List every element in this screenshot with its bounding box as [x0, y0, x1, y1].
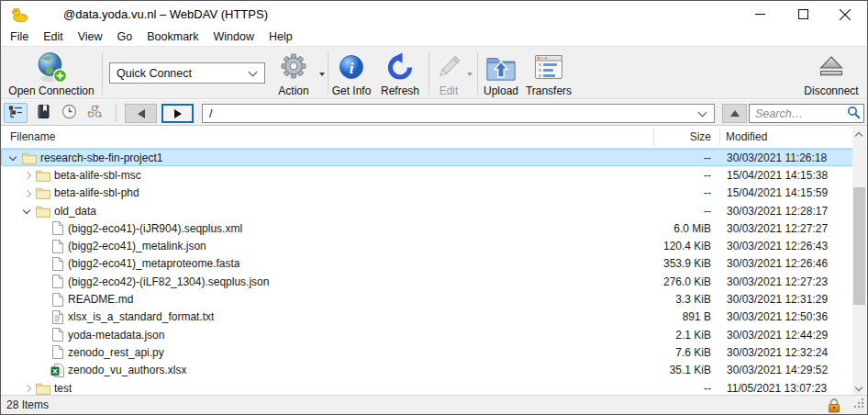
menu-bar: File Edit View Go Bookmark Window Help [1, 28, 867, 46]
quick-connect-select[interactable]: Quick Connect [109, 62, 265, 84]
file-name: (bigg2-eco42)-(iLF82_1304).seqplus.json [65, 275, 269, 288]
back-button[interactable] [125, 104, 157, 123]
table-row[interactable]: beta-alife-sbl-phd -- 15/04/2021 14:15:5… [1, 185, 853, 202]
file-size: 891 B [683, 310, 711, 323]
search-icon[interactable] [847, 106, 863, 122]
resize-grip[interactable] [852, 397, 865, 412]
table-row[interactable]: (bigg2-eco42)-(iLF82_1304).seqplus.json … [1, 273, 853, 290]
scrollbar-thumb[interactable] [853, 187, 865, 305]
action-label: Action [278, 84, 308, 98]
svg-text:X: X [52, 367, 58, 376]
file-modified: 30/03/2021 12:26:46 [727, 257, 828, 270]
transfers-icon [533, 49, 564, 84]
file-name: beta-alife-sbl-phd [51, 186, 139, 199]
history-toggle[interactable] [57, 103, 81, 123]
expander-icon [32, 220, 49, 236]
file-size: -- [704, 382, 711, 395]
menu-help[interactable]: Help [262, 28, 300, 46]
expander-icon[interactable] [18, 185, 35, 201]
chevron-down-icon [698, 107, 707, 117]
edit-button[interactable]: Edit [430, 49, 467, 98]
cyberduck-window: @data.yoda.vu.nl – WebDAV (HTTPS) File E… [0, 0, 868, 415]
action-button[interactable]: Action [271, 49, 317, 98]
expander-icon [32, 309, 49, 325]
expander-icon[interactable] [18, 167, 35, 183]
upload-button[interactable]: Upload [478, 49, 524, 98]
expander-icon [32, 256, 49, 272]
menu-go[interactable]: Go [110, 28, 140, 46]
menu-bookmark[interactable]: Bookmark [139, 28, 206, 46]
expander-icon[interactable] [18, 380, 35, 396]
file-modified: 30/03/2021 12:26:43 [727, 240, 828, 252]
outline-view-toggle[interactable] [4, 103, 28, 123]
bonjour-toggle[interactable] [83, 103, 106, 123]
file-modified: 30/03/2021 12:27:23 [727, 275, 828, 288]
history-icon [61, 104, 77, 122]
close-button[interactable] [824, 1, 866, 28]
table-row[interactable]: (bigg2-eco41)_metalink.json 120.4 KiB 30… [1, 237, 853, 254]
file-modified: 15/04/2021 14:15:59 [727, 186, 828, 199]
table-row[interactable]: (bigg2-eco41)_metaproteome.fasta 353.9 K… [1, 255, 853, 273]
table-row[interactable]: research-sbe-fin-project1 -- 30/03/2021 … [1, 149, 853, 166]
maximize-button[interactable] [782, 1, 824, 28]
minimize-button[interactable] [739, 1, 781, 28]
vertical-scrollbar[interactable] [852, 127, 866, 397]
column-filename[interactable]: Filename [10, 126, 55, 148]
menu-window[interactable]: Window [206, 28, 262, 46]
table-row[interactable]: zenodo_rest_api.py 7.6 KiB 30/03/2021 12… [1, 343, 853, 361]
outline-view-icon [8, 105, 24, 122]
table-row[interactable]: (bigg2-eco41)-(iJR904).seqplus.xml 6.0 M… [1, 219, 853, 237]
search-input[interactable] [750, 107, 847, 120]
forward-button[interactable] [161, 104, 194, 123]
expander-icon [32, 291, 49, 307]
column-modified[interactable]: Modified [726, 126, 767, 148]
edit-dropdown-arrow-icon[interactable] [467, 73, 473, 76]
disconnect-button[interactable]: Disconnect [797, 49, 865, 98]
file-size: 35.1 KiB [670, 364, 711, 376]
table-row[interactable]: X zenodo_vu_authors.xlsx 35.1 KiB 30/03/… [1, 362, 853, 379]
path-combobox[interactable]: / [202, 104, 715, 123]
file-size: -- [704, 151, 711, 164]
file-name: (bigg2-eco41)_metalink.json [65, 240, 206, 252]
menu-edit[interactable]: Edit [36, 28, 71, 46]
folder-icon [35, 382, 51, 395]
file-modified: 30/03/2021 12:27:27 [727, 222, 828, 235]
file-size: -- [704, 169, 711, 182]
column-divider[interactable] [653, 129, 654, 146]
excel-file-icon: X [49, 364, 65, 377]
disconnect-eject-icon [817, 49, 846, 84]
open-connection-button[interactable]: Open Connection [4, 49, 99, 98]
menu-view[interactable]: View [71, 28, 110, 46]
bookmarks-toggle[interactable] [31, 103, 55, 123]
table-row[interactable]: xlsx_is_a_standard_format.txt 891 B 30/0… [1, 308, 853, 326]
column-size[interactable]: Size [690, 126, 711, 148]
table-row[interactable]: old_data -- 30/03/2021 12:28:17 [1, 202, 853, 219]
expander-icon[interactable] [5, 150, 21, 165]
item-count: 28 Items [6, 396, 49, 414]
table-row[interactable]: beta-alife-sbl-msc -- 15/04/2021 14:15:3… [1, 166, 853, 184]
toolbar-separator [102, 52, 103, 95]
column-divider[interactable] [719, 129, 720, 146]
file-icon [49, 257, 65, 271]
get-info-button[interactable]: i Get Info [327, 49, 376, 98]
table-row[interactable]: README.md 3.3 KiB 30/03/2021 12:31:29 [1, 290, 853, 308]
action-dropdown-arrow-icon[interactable] [319, 73, 325, 76]
menu-file[interactable]: File [3, 28, 36, 46]
window-title: @data.yoda.vu.nl – WebDAV (HTTPS) [63, 1, 268, 28]
table-row[interactable]: yoda-metadata.json 2.1 KiB 30/03/2021 12… [1, 326, 853, 343]
toolbar-separator [428, 52, 429, 95]
open-connection-label: Open Connection [8, 84, 94, 98]
transfers-button[interactable]: Transfers [522, 49, 575, 98]
text-file-icon [49, 310, 65, 324]
file-size: 7.6 KiB [675, 346, 711, 359]
file-modified: 15/04/2021 14:15:38 [727, 169, 828, 182]
refresh-button[interactable]: Refresh [375, 49, 425, 98]
file-name: test [51, 382, 72, 395]
expander-icon[interactable] [18, 203, 35, 219]
scroll-up-arrow-icon[interactable] [852, 127, 866, 142]
disconnect-label: Disconnect [804, 84, 858, 98]
file-modified: 30/03/2021 12:32:24 [727, 346, 828, 359]
folder-icon [21, 151, 38, 164]
up-directory-button[interactable] [722, 104, 747, 123]
file-size: -- [704, 205, 711, 218]
